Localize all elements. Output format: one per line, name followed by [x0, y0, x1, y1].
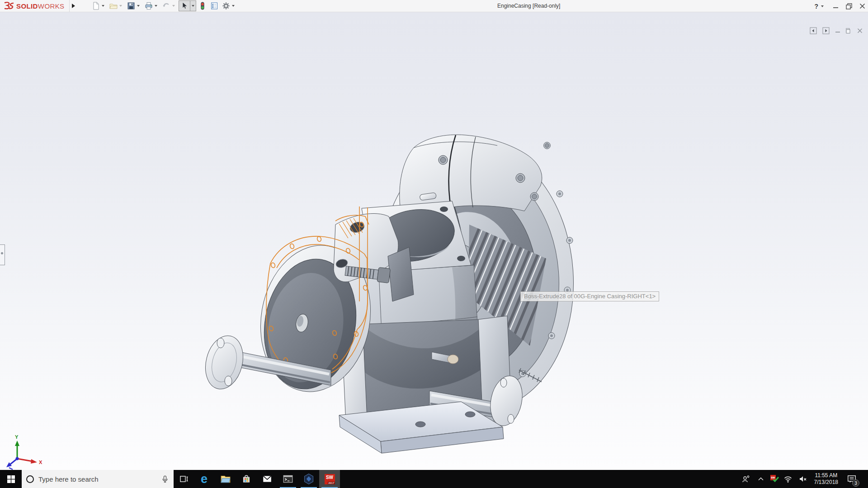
solidworks-tray-icon[interactable]: sw	[770, 475, 778, 483]
file-explorer-icon	[220, 474, 231, 484]
file-properties-icon	[210, 1, 219, 10]
restore-button[interactable]	[846, 3, 852, 9]
start-button[interactable]	[0, 470, 22, 488]
cylinder-flange	[362, 201, 471, 272]
base-plate	[339, 402, 504, 453]
doc-restore-button[interactable]	[846, 28, 852, 34]
search-input[interactable]	[38, 475, 156, 483]
options-dropdown-caret[interactable]	[232, 5, 235, 7]
save-dropdown-caret[interactable]	[137, 5, 140, 7]
brand-text: SOLIDWORKS	[16, 2, 65, 10]
clutch-cover	[250, 237, 382, 401]
store-icon	[241, 474, 252, 484]
taskbar: e	[0, 470, 868, 488]
system-tray: sw 11:55 AM 7/13/2018	[741, 470, 868, 488]
task-view-icon	[179, 474, 189, 484]
ds-logo-icon	[4, 1, 14, 10]
mount-bracket	[334, 214, 414, 301]
splitter-dot-icon	[1, 252, 3, 254]
taskbar-search[interactable]	[22, 470, 174, 488]
sw-tile-year: 2017	[328, 482, 335, 484]
taskbar-file-explorer[interactable]	[215, 470, 236, 488]
action-center-button[interactable]: 3	[844, 470, 859, 488]
upper-boss	[400, 135, 551, 212]
menu-flyout-button[interactable]	[70, 0, 78, 12]
previous-pane-button[interactable]	[810, 27, 817, 34]
doc-close-button[interactable]	[857, 28, 863, 33]
cooling-fins	[420, 206, 598, 369]
select-dropdown-caret[interactable]	[190, 0, 196, 11]
document-window-controls	[810, 27, 863, 34]
notification-badge: 3	[852, 479, 859, 487]
cortana-icon	[26, 475, 34, 483]
new-dropdown-caret[interactable]	[102, 5, 104, 7]
right-mount-rod	[429, 373, 527, 429]
taskbar-solidworks[interactable]: SW 2017	[319, 470, 340, 488]
close-button[interactable]	[859, 3, 865, 9]
window-controls: ?	[814, 0, 865, 12]
mail-icon	[262, 474, 273, 484]
file-properties-button[interactable]	[209, 0, 220, 11]
wifi-icon[interactable]	[783, 473, 793, 485]
open-button[interactable]	[108, 0, 125, 11]
hexagon-app-icon	[303, 473, 315, 485]
print-button[interactable]	[143, 0, 160, 11]
edge-icon: e	[198, 472, 212, 486]
volume-muted-icon[interactable]	[797, 473, 808, 485]
help-button[interactable]: ?	[814, 3, 826, 10]
solidworks-2017-icon: SW 2017	[325, 474, 335, 484]
standard-toolbar	[90, 0, 237, 11]
open-folder-icon	[109, 1, 118, 10]
graphics-viewport[interactable]: Y X Boss-Extrude28 of 00G-Engine Casing-…	[0, 12, 868, 470]
taskbar-clock[interactable]: 11:55 AM 7/13/2018	[812, 472, 840, 486]
undo-icon	[162, 1, 171, 10]
gear-icon	[222, 1, 231, 10]
feature-tooltip: Boss-Extrude28 of 00G-Engine Casing-RIGH…	[520, 291, 659, 301]
new-document-button[interactable]	[90, 0, 107, 11]
brand-bold: SOLID	[16, 2, 38, 10]
brand-light: WORKS	[38, 2, 65, 10]
select-cursor-icon	[181, 2, 188, 10]
people-icon[interactable]	[741, 473, 751, 485]
solidworks-logo: SOLIDWORKS	[0, 0, 70, 12]
taskbar-mail[interactable]	[257, 470, 278, 488]
triad-x-label: X	[39, 460, 42, 465]
next-pane-button[interactable]	[822, 27, 830, 34]
save-button[interactable]	[126, 0, 142, 11]
print-icon	[144, 1, 153, 10]
rebuild-button[interactable]	[197, 0, 208, 11]
taskbar-edge[interactable]: e	[194, 470, 215, 488]
sketch-overlay	[266, 206, 369, 377]
orientation-triad: Y X	[6, 434, 42, 469]
help-dropdown-caret[interactable]	[821, 5, 824, 7]
taskbar-command-prompt[interactable]	[278, 470, 298, 488]
new-document-icon	[91, 1, 100, 10]
open-dropdown-caret[interactable]	[119, 5, 122, 7]
windows-logo-icon	[7, 475, 15, 483]
print-dropdown-caret[interactable]	[155, 5, 157, 7]
desktop: Y X Boss-Extrude28 of 00G-Engine Casing-…	[0, 0, 868, 488]
traffic-light-icon	[198, 1, 207, 10]
clock-date: 7/13/2018	[814, 479, 838, 486]
minimize-button[interactable]	[833, 3, 839, 9]
crankcase-front	[355, 192, 477, 394]
feature-pane-splitter[interactable]	[0, 244, 5, 265]
taskbar-hexagon-app[interactable]	[298, 470, 319, 488]
taskbar-store[interactable]	[236, 470, 257, 488]
select-tool-button[interactable]	[179, 0, 196, 11]
document-title: EngineCasing [Read-only]	[497, 0, 560, 12]
microphone-icon[interactable]	[161, 474, 169, 483]
help-label: ?	[814, 3, 818, 10]
options-button[interactable]	[221, 0, 237, 11]
green-check-icon	[773, 477, 779, 482]
taskbar-task-view[interactable]	[174, 470, 194, 488]
command-prompt-icon	[283, 474, 293, 484]
stand-web	[341, 316, 512, 422]
doc-minimize-button[interactable]	[835, 28, 840, 33]
svg-text:e: e	[201, 472, 208, 486]
save-floppy-icon	[127, 1, 136, 10]
undo-button[interactable]	[161, 0, 178, 11]
tray-expand-chevron-icon[interactable]	[755, 473, 766, 485]
undo-dropdown-caret[interactable]	[172, 5, 175, 7]
flyout-arrow-icon	[72, 4, 75, 8]
